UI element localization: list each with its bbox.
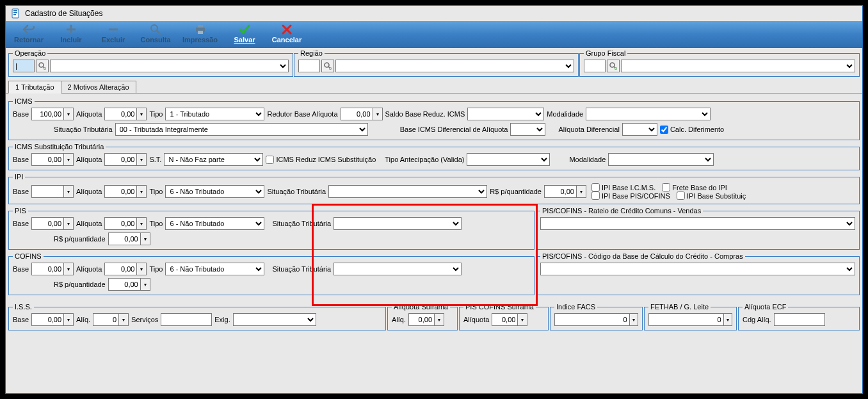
icms-sit-trib-label: Situação Tributária — [54, 126, 113, 133]
icms-st-reduz-checkbox[interactable]: ICMS Reduz ICMS Substituição — [266, 156, 376, 164]
pis-rs-qtd-label: R$ p/quantidade — [54, 235, 106, 243]
icms-redutor-input[interactable]: ▾ — [341, 108, 383, 120]
iss-exig-combo[interactable] — [233, 313, 316, 326]
iss-base-input[interactable]: ▾ — [31, 313, 74, 326]
cdg-aliq-input[interactable] — [774, 313, 825, 326]
tab-bar: 1 Tributação 2 Motivos Alteração — [6, 77, 862, 94]
regiao-lookup-button[interactable] — [321, 60, 334, 72]
aliq-suframa-input[interactable]: ▾ — [408, 313, 444, 326]
iss-aliq-input[interactable]: ▾ — [93, 313, 129, 326]
ipi-aliquota-input[interactable]: ▾ — [104, 185, 147, 198]
operacao-fieldset: Operação — [8, 49, 293, 77]
cofins-base-input[interactable]: ▾ — [31, 263, 74, 275]
icms-st-aliquota-label: Alíquota — [76, 156, 102, 163]
icms-tipo-combo[interactable]: 1 - Tributado — [165, 108, 264, 120]
salvar-button[interactable]: Salvar — [229, 24, 260, 44]
icms-st-base-input[interactable]: ▾ — [31, 153, 74, 166]
cofins-rs-qtd-input[interactable]: ▾ — [108, 278, 150, 291]
icms-aliq-dif-combo[interactable] — [622, 123, 657, 136]
grupo-fiscal-code-input[interactable] — [584, 60, 606, 72]
cofins-sit-trib-label: Situação Tributária — [272, 265, 331, 273]
svg-rect-1 — [13, 10, 17, 12]
icms-aliquota-input[interactable]: ▾ — [104, 108, 147, 120]
iss-base-label: Base — [13, 316, 29, 323]
ipi-tipo-combo[interactable]: 6 - Não Tributado — [165, 185, 264, 198]
operacao-combo[interactable] — [50, 60, 289, 72]
tab-motivos-alteracao[interactable]: 2 Motivos Alteração — [61, 81, 136, 93]
svg-rect-3 — [13, 14, 16, 15]
fethab-input[interactable]: ▾ — [648, 313, 732, 326]
iss-servicos-input[interactable] — [161, 313, 212, 326]
ipi-rs-qtd-input[interactable]: ▾ — [544, 185, 586, 198]
iss-exig-label: Exig. — [214, 316, 230, 323]
icms-base-dif-label: Base ICMS Diferencial de Alíquota — [400, 126, 508, 133]
grupo-fiscal-fieldset: Grupo Fiscal — [579, 49, 860, 77]
aliq-suframa-label: Alíq. — [392, 316, 406, 323]
icms-st-aliquota-input[interactable]: ▾ — [104, 153, 147, 166]
pis-sit-trib-combo[interactable] — [334, 217, 462, 230]
grupo-fiscal-lookup-button[interactable] — [607, 60, 620, 72]
tab-tributacao[interactable]: 1 Tributação — [8, 81, 61, 94]
icms-sit-trib-combo[interactable]: 00 - Tributada Integralmente — [115, 123, 368, 136]
pis-cofins-rateio-combo[interactable] — [540, 217, 855, 230]
icms-calc-dif-checkbox[interactable]: Calc. Diferimento — [660, 126, 724, 134]
grupo-fiscal-combo[interactable] — [621, 60, 855, 72]
cofins-aliquota-input[interactable]: ▾ — [104, 263, 147, 275]
pis-cofins-codigo-fieldset: PIS/COFINS - Código da Base de Cálculo d… — [536, 252, 860, 295]
cdg-aliq-label: Cdg Alíq. — [743, 316, 771, 323]
icms-modalidade-combo[interactable] — [586, 108, 711, 120]
icms-modalidade-label: Modalidade — [547, 110, 583, 118]
icms-base-dif-combo[interactable] — [510, 123, 545, 136]
ipi-sit-trib-label: Situação Tributária — [267, 188, 326, 195]
operacao-code-input[interactable] — [13, 60, 35, 72]
ipi-base-subst-checkbox[interactable]: IPI Base Substituiç — [677, 191, 746, 200]
iss-servicos-label: Serviços — [131, 316, 158, 323]
pis-aliquota-label: Alíquota — [76, 220, 102, 227]
pis-tipo-combo[interactable]: 6 - Não Tributado — [165, 217, 264, 230]
icms-st-st-combo[interactable]: N - Não Faz parte — [164, 153, 263, 166]
svg-point-12 — [610, 63, 615, 67]
ipi-frete-base-checkbox[interactable]: Frete Base do IPI — [662, 183, 727, 191]
window-title: Cadastro de Situações — [25, 9, 102, 18]
ipi-base-piscofins-checkbox[interactable]: IPI Base PIS/COFINS — [591, 191, 670, 200]
ipi-base-icms-checkbox[interactable]: IPI Base I.C.M.S. — [591, 183, 655, 191]
ipi-sit-trib-combo[interactable] — [328, 185, 487, 198]
cofins-tipo-combo[interactable]: 6 - Não Tributado — [165, 263, 264, 275]
icms-st-modalidade-combo[interactable] — [608, 153, 714, 166]
fethab-fieldset: FETHAB / G. Leite ▾ — [644, 303, 737, 330]
indice-facs-fieldset: Indice FACS ▾ — [550, 303, 643, 330]
ipi-aliquota-label: Alíquota — [76, 188, 102, 195]
iss-aliq-label: Alíq. — [76, 316, 90, 323]
svg-rect-7 — [198, 31, 203, 34]
regiao-code-input[interactable] — [298, 60, 320, 72]
pis-cofins-codigo-combo[interactable] — [540, 263, 855, 275]
plus-icon — [64, 24, 78, 35]
operacao-lookup-button[interactable] — [36, 60, 49, 72]
pc-suframa-input[interactable]: ▾ — [492, 313, 527, 326]
icms-st-tipo-antec-combo[interactable] — [467, 153, 550, 166]
icms-saldo-label: Saldo Base Reduz. ICMS — [385, 110, 465, 118]
cofins-rs-qtd-label: R$ p/quantidade — [54, 281, 106, 288]
pis-aliquota-input[interactable]: ▾ — [104, 217, 147, 230]
ipi-tipo-label: Tipo — [149, 188, 163, 195]
pis-base-label: Base — [13, 220, 29, 227]
indice-facs-input[interactable]: ▾ — [554, 313, 638, 326]
aliquota-ecf-fieldset: Alíquota ECF Cdg Alíq. — [738, 303, 860, 330]
icms-st-base-label: Base — [13, 156, 29, 163]
pis-tipo-label: Tipo — [149, 220, 163, 227]
pis-base-input[interactable]: ▾ — [31, 217, 74, 230]
icms-saldo-combo[interactable] — [467, 108, 544, 120]
print-icon — [193, 24, 207, 35]
cancelar-button[interactable]: Cancelar — [271, 24, 302, 44]
icms-aliquota-label: Alíquota — [76, 110, 102, 118]
ipi-base-input[interactable]: ▾ — [31, 185, 74, 198]
pis-rs-qtd-input[interactable]: ▾ — [108, 232, 150, 245]
incluir-button: Incluir — [56, 24, 86, 44]
icms-redutor-label: Redutor Base Alíquota — [267, 110, 337, 118]
cofins-sit-trib-combo[interactable] — [334, 263, 462, 275]
regiao-combo[interactable] — [335, 60, 574, 72]
pis-sit-trib-label: Situação Tributária — [272, 220, 331, 227]
impressao-button: Impressão — [182, 24, 218, 44]
svg-rect-6 — [198, 25, 203, 28]
icms-base-input[interactable]: ▾ — [31, 108, 74, 120]
